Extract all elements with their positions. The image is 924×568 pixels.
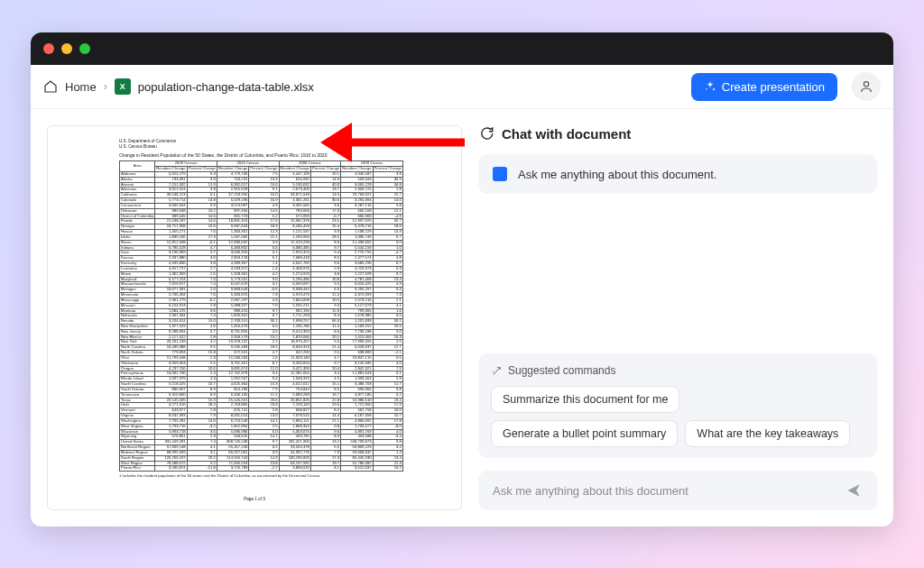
table-sub-header: Percent Change bbox=[249, 167, 279, 172]
area-header: Area bbox=[120, 161, 155, 172]
document-page: U.S. Department of Commerce U.S. Census … bbox=[110, 132, 399, 510]
breadcrumb-separator: › bbox=[104, 80, 107, 93]
svg-point-0 bbox=[864, 82, 868, 87]
app-window: Home › X population-change-data-table.xl… bbox=[31, 32, 893, 527]
chat-header-label: Chat with document bbox=[502, 126, 631, 142]
chat-input[interactable] bbox=[491, 483, 843, 499]
suggested-command-chip[interactable]: Summarize this document for me bbox=[491, 386, 679, 413]
chat-intro-text: Ask me anything about this document. bbox=[518, 168, 716, 181]
send-button[interactable] bbox=[843, 480, 864, 501]
suggested-commands-title: Suggested commands bbox=[491, 364, 864, 377]
send-icon bbox=[845, 482, 862, 499]
home-icon bbox=[43, 79, 58, 94]
table-sub-header: Resident Change bbox=[279, 167, 310, 172]
suggested-commands-box: Suggested commands Summarize this docume… bbox=[478, 353, 877, 458]
wand-icon bbox=[491, 365, 503, 377]
population-table: Area2020 Census2010 Census2000 Census199… bbox=[119, 160, 403, 472]
doc-title: Change in Resident Population of the 50 … bbox=[119, 153, 390, 159]
table-row: Puerto Rico3,285,874-11.83,725,789-2.23,… bbox=[120, 466, 403, 472]
user-avatar-button[interactable] bbox=[852, 72, 881, 101]
breadcrumb-filename: population-change-data-table.xlsx bbox=[138, 80, 314, 94]
table-sub-header: Percent Change bbox=[373, 167, 402, 172]
document-preview-panel[interactable]: U.S. Department of Commerce U.S. Census … bbox=[47, 125, 462, 510]
window-close-icon[interactable] bbox=[43, 43, 54, 54]
window-titlebar bbox=[31, 32, 893, 65]
table-sub-header: Resident Change bbox=[341, 167, 373, 172]
window-maximize-icon[interactable] bbox=[79, 43, 90, 54]
suggested-command-chip[interactable]: What are the key takeaways bbox=[685, 420, 850, 447]
table-sub-header: Resident Change bbox=[217, 167, 248, 172]
create-presentation-label: Create presentation bbox=[722, 80, 825, 94]
table-sub-header: Percent Change bbox=[187, 167, 217, 172]
chat-header: Chat with document bbox=[478, 125, 877, 142]
user-icon bbox=[859, 79, 873, 94]
doc-bureau-line: U.S. Census Bureau bbox=[119, 144, 390, 149]
window-minimize-icon[interactable] bbox=[61, 43, 72, 54]
toolbar: Home › X population-change-data-table.xl… bbox=[31, 65, 893, 109]
chat-intro-card: Ask me anything about this document. bbox=[478, 154, 877, 194]
excel-file-icon: X bbox=[115, 78, 131, 95]
table-sub-header: Percent Change bbox=[310, 167, 340, 172]
assistant-avatar-icon bbox=[493, 167, 507, 181]
create-presentation-button[interactable]: Create presentation bbox=[691, 73, 837, 101]
doc-footnote: 1 Includes the resident population of th… bbox=[119, 474, 390, 479]
main-content: U.S. Department of Commerce U.S. Census … bbox=[31, 109, 893, 527]
suggested-command-chip[interactable]: Generate a bullet point summary bbox=[491, 420, 678, 447]
doc-dept-line: U.S. Department of Commerce bbox=[119, 139, 390, 143]
chat-input-container bbox=[478, 471, 877, 510]
breadcrumb-home[interactable]: Home bbox=[65, 80, 97, 94]
doc-pagenum: Page 1 of 3 bbox=[119, 497, 390, 501]
chat-icon bbox=[478, 125, 494, 142]
table-sub-header: Resident Change bbox=[155, 167, 187, 172]
chat-panel: Chat with document Ask me anything about… bbox=[478, 125, 877, 510]
sparkle-icon bbox=[704, 80, 716, 93]
